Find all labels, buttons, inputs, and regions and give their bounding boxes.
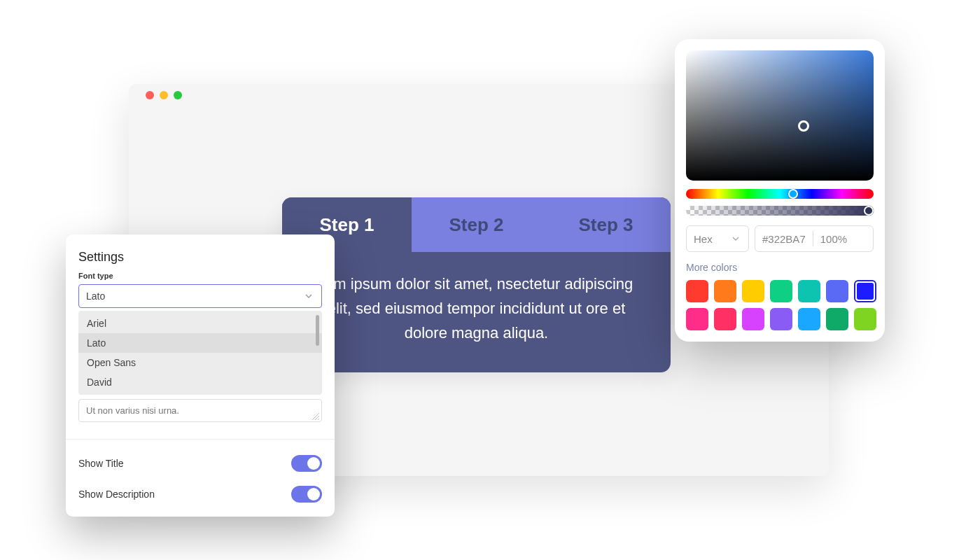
swatches-grid [686, 280, 874, 330]
opacity-value: 100% [820, 233, 847, 245]
hue-handle[interactable] [788, 189, 798, 199]
toggle-row-show-description: Show Description [66, 479, 335, 510]
color-swatch[interactable] [742, 308, 764, 330]
hex-input[interactable]: #322BA7 100% [755, 225, 874, 252]
more-colors-label: More colors [686, 262, 874, 273]
format-label: Hex [694, 233, 713, 245]
toggle-knob [307, 457, 320, 470]
font-selected-value: Lato [86, 290, 105, 302]
color-swatch[interactable] [686, 308, 708, 330]
textarea-input[interactable]: Ut non varius nisi urna. [78, 399, 322, 422]
color-swatch[interactable] [770, 280, 792, 302]
color-swatch[interactable] [742, 280, 764, 302]
color-swatch[interactable] [686, 280, 708, 302]
toggle-label: Show Description [78, 489, 155, 500]
color-swatch[interactable] [854, 280, 876, 302]
color-swatch[interactable] [854, 308, 876, 330]
font-option[interactable]: David [78, 372, 322, 392]
saturation-handle[interactable] [798, 120, 809, 132]
separator [813, 231, 813, 246]
tab-label: Step 1 [319, 214, 374, 236]
color-swatch[interactable] [714, 280, 736, 302]
hex-value: #322BA7 [762, 233, 806, 245]
chevron-down-icon [303, 290, 314, 302]
color-swatch[interactable] [826, 280, 848, 302]
hue-slider[interactable] [686, 189, 874, 199]
divider [66, 439, 335, 440]
resize-handle-icon[interactable] [312, 413, 319, 420]
font-type-label: Font type [78, 272, 322, 280]
color-swatch[interactable] [826, 308, 848, 330]
close-icon[interactable] [146, 91, 154, 99]
font-option[interactable]: Lato [78, 333, 322, 353]
color-swatch[interactable] [798, 308, 820, 330]
settings-title: Settings [66, 234, 335, 272]
toggle-knob [307, 488, 320, 500]
show-description-toggle[interactable] [291, 486, 322, 503]
color-swatch[interactable] [714, 308, 736, 330]
step-tabs: Step 1 Step 2 Step 3 [282, 197, 671, 252]
show-title-toggle[interactable] [291, 455, 322, 472]
toggle-label: Show Title [78, 458, 124, 469]
color-picker: Hex #322BA7 100% More colors [675, 39, 885, 342]
toggle-row-show-title: Show Title [66, 448, 335, 479]
maximize-icon[interactable] [174, 91, 182, 99]
minimize-icon[interactable] [160, 91, 168, 99]
color-swatch[interactable] [798, 280, 820, 302]
font-section: Font type Lato Ariel Lato Open Sans Davi… [66, 272, 335, 430]
chevron-down-icon [730, 233, 741, 244]
alpha-handle[interactable] [864, 206, 874, 216]
step-widget: Step 1 Step 2 Step 3 rem ipsum dolor sit… [282, 197, 671, 372]
font-dropdown: Ariel Lato Open Sans David [78, 311, 322, 395]
saturation-area[interactable] [686, 50, 874, 181]
font-option[interactable]: Ariel [78, 314, 322, 333]
color-inputs: Hex #322BA7 100% [686, 225, 874, 252]
scrollbar-thumb[interactable] [316, 315, 319, 346]
color-swatch[interactable] [770, 308, 792, 330]
font-select[interactable]: Lato [78, 284, 322, 308]
tab-label: Step 3 [578, 214, 633, 236]
alpha-slider[interactable] [686, 206, 874, 216]
tab-step-2[interactable]: Step 2 [412, 197, 541, 252]
textarea-value: Ut non varius nisi urna. [86, 405, 179, 416]
settings-panel: Settings Font type Lato Ariel Lato Open … [66, 234, 335, 517]
color-format-select[interactable]: Hex [686, 225, 749, 252]
step-body-text: rem ipsum dolor sit amet, nsectetur adip… [282, 252, 671, 372]
font-option[interactable]: Open Sans [78, 353, 322, 372]
tab-step-3[interactable]: Step 3 [541, 197, 671, 252]
tab-label: Step 2 [449, 214, 503, 236]
